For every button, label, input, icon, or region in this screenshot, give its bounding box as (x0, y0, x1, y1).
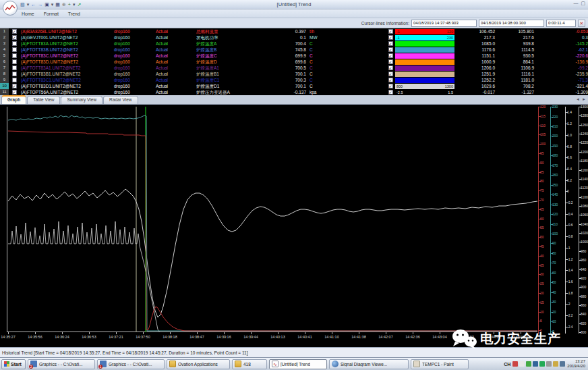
tab-scroll-right-icon[interactable]: ► (582, 97, 586, 101)
color-swatch[interactable] (395, 78, 454, 83)
color-swatch[interactable] (395, 53, 454, 59)
language-indicator[interactable]: CH (504, 362, 510, 367)
color-swatch[interactable] (395, 41, 454, 47)
signal-row[interactable]: 8(A)FTOTT83B1.UNIT2@NET2drop160Actual炉膛温… (0, 71, 588, 77)
signal-row[interactable]: 9(A)FTOTT83C1.UNIT2@NET2drop160Actual炉膛温… (0, 77, 588, 83)
delta-value: -62.1 (534, 47, 588, 53)
dropdown-caret-icon[interactable]: ▾ (73, 1, 76, 7)
scale-checkbox[interactable]: ✓ (388, 29, 393, 34)
scale-checkbox[interactable]: ✓ (388, 35, 393, 40)
signal-row[interactable]: 10✓(A)FTOTT83D1.UNIT2@NET2drop160Actual炉… (0, 83, 588, 89)
taskbar-button[interactable]: Signal Diagram Viewe... (329, 359, 409, 369)
minimize-button[interactable]: — (573, 1, 578, 6)
signal-row[interactable]: 11✓(A)FTOPT56A.UNIT2@NET2drop160Actual炉膛… (0, 89, 588, 95)
maximize-button[interactable]: ▢ (581, 1, 585, 6)
tray-icon[interactable] (560, 361, 565, 367)
cursor-time-1-field[interactable] (411, 20, 477, 27)
export-window-icon[interactable]: ▣ (45, 1, 49, 7)
plot-checkbox[interactable]: ✓ (12, 84, 17, 88)
zoom-icon[interactable]: ⊕ (62, 1, 66, 7)
scale-checkbox[interactable]: ✓ (388, 72, 393, 76)
color-swatch[interactable] (395, 65, 454, 71)
table-view-icon[interactable]: ▦ (55, 1, 60, 7)
menu-item-trend[interactable]: Trend (68, 11, 80, 16)
start-button[interactable]: Start (1, 359, 26, 369)
color-swatch[interactable]: 8001300 (395, 84, 454, 89)
cursor-time-2-field[interactable] (479, 20, 544, 27)
plot-checkbox[interactable]: ✓ (12, 29, 17, 34)
plot-checkbox[interactable] (12, 78, 17, 82)
scale-checkbox[interactable]: ✓ (388, 59, 393, 64)
app-logo-icon[interactable] (3, 1, 18, 16)
signal-row[interactable]: 6(A)FTOTT83D.UNIT2@NET2drop160Actual炉膛温度… (0, 59, 588, 65)
signal-row[interactable]: 2✓(A)GEVJT001.UNIT2@NET2drop160Actual发电机… (0, 34, 588, 41)
dropdown-caret-icon[interactable]: ▾ (51, 1, 54, 7)
menu-item-home[interactable]: Home (22, 11, 34, 16)
color-swatch[interactable] (395, 72, 454, 77)
scale-checkbox[interactable]: ✓ (388, 53, 393, 58)
tray-icon[interactable] (519, 361, 525, 367)
plot-checkbox[interactable] (12, 41, 17, 46)
plot-checkbox[interactable] (12, 72, 17, 76)
plot-checkbox[interactable]: ✓ (12, 35, 17, 40)
add-signal-icon[interactable]: + (68, 1, 71, 7)
taskbar-button[interactable]: TEMPC1 - Paint (411, 359, 469, 369)
tray-icon[interactable] (512, 361, 518, 367)
scale-checkbox[interactable]: ✓ (388, 78, 393, 82)
color-swatch[interactable] (395, 59, 454, 65)
taskbar-button[interactable]: 2Graphics - - C:\Ovati... (28, 359, 95, 369)
plot-checkbox[interactable] (12, 59, 17, 64)
signal-row[interactable]: 4(A)FTOTT83B.UNIT2@NET2drop160Actual炉膛温度… (0, 47, 588, 53)
plot-checkbox[interactable] (12, 53, 17, 58)
tab-table-view[interactable]: Table View (27, 96, 60, 104)
color-swatch[interactable] (395, 47, 454, 53)
forward-arrow-icon[interactable]: → (38, 1, 42, 7)
dropdown-caret-icon[interactable]: ▾ (27, 1, 30, 7)
taskbar-clock[interactable]: 13:27 2019/4/20 (567, 359, 587, 369)
color-swatch[interactable]: -1120 (395, 29, 454, 34)
scale-checkbox[interactable]: ✓ (388, 90, 393, 95)
taskbar-button[interactable]: ∿[Untitled] Trend (269, 359, 327, 369)
tray-icon[interactable] (539, 361, 545, 367)
scale-checkbox[interactable]: ✓ (388, 65, 393, 70)
axis-tick-label: 10 (540, 310, 544, 314)
row-number: 6 (0, 59, 9, 65)
menu-item-format[interactable]: Format (44, 11, 59, 16)
plot-checkbox[interactable] (12, 65, 17, 70)
tab-radar-view[interactable]: Radar View (103, 96, 138, 104)
axis-tick-label: 60 (540, 217, 544, 221)
tray-icon[interactable] (553, 361, 558, 367)
plot-checkbox[interactable] (12, 47, 17, 52)
axis-tick-label: 105 (540, 132, 546, 136)
tab-graph[interactable]: Graph (1, 95, 26, 104)
trend-chart-icon[interactable]: ▧ (20, 1, 25, 7)
scale-checkbox[interactable]: ✓ (388, 47, 393, 52)
signal-row[interactable]: 1✓(A)B3A8268L.UNIT2@NET2drop160Actual总燃料… (0, 28, 588, 34)
signal-description: 炉膛温度C (196, 53, 267, 59)
live-trend-icon[interactable]: ↗ (77, 1, 81, 7)
signal-row[interactable]: 7(A)FTOTT83A1.UNIT2@NET2drop160Actual炉膛温… (0, 65, 588, 71)
taskbar-button[interactable]: 418 (232, 359, 267, 369)
tab-scroll-left-icon[interactable]: ◄ (576, 97, 580, 101)
tray-icon[interactable] (526, 361, 531, 367)
color-swatch[interactable]: -2.51.5 (395, 90, 454, 95)
plot-checkbox[interactable]: ✓ (12, 90, 17, 95)
trend-plot[interactable] (7, 107, 537, 332)
back-arrow-icon[interactable]: ← (31, 1, 36, 7)
close-cursor-info-button[interactable]: ✕ (578, 20, 585, 27)
signal-row[interactable]: 5(A)FTOTT83C.UNIT2@NET2drop160Actual炉膛温度… (0, 53, 588, 59)
tray-icon[interactable] (533, 361, 538, 367)
time-tick-label: 14:43:04 (430, 335, 450, 339)
tray-icon[interactable] (546, 361, 552, 367)
signal-row[interactable]: 3(A)FTOTT83A.UNIT2@NET2drop160Actual炉膛温度… (0, 41, 588, 47)
tab-summary-view[interactable]: Summary View (61, 96, 102, 104)
cursor-delta-field[interactable] (546, 20, 576, 27)
cursor2-value: -1.327 (495, 89, 534, 95)
color-swatch[interactable]: -1230 (395, 35, 454, 41)
axis-tick-label: 0.6 (567, 155, 572, 159)
scale-checkbox[interactable]: ✓ (388, 84, 393, 88)
scale-checkbox[interactable]: ✓ (388, 41, 393, 46)
taskbar-button[interactable]: 1Graphics - - C:\Ovati... (97, 359, 165, 369)
taskbar-button[interactable]: Ovation Applications (167, 359, 230, 369)
signal-description: 炉膛温度D1 (196, 83, 267, 89)
